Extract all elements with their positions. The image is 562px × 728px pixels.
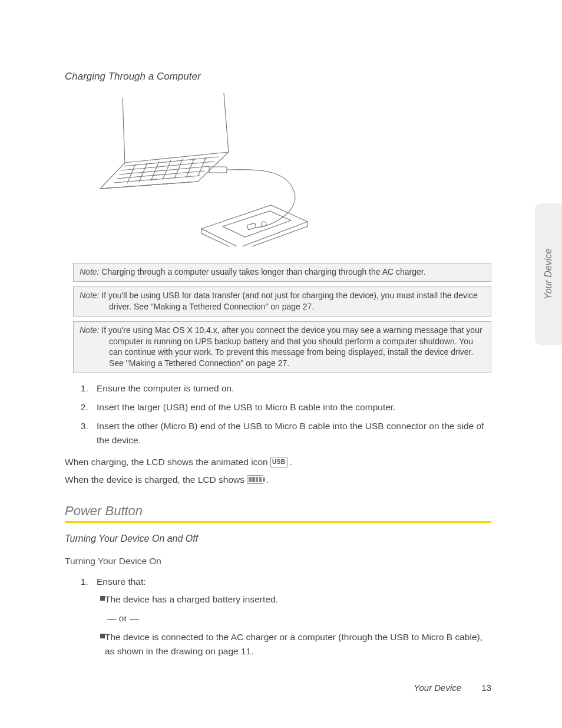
heading-turning: Turning Your Device On and Off (65, 533, 491, 544)
note-box-2: Note: If you'll be using USB for data tr… (73, 286, 491, 317)
side-tab-label: Your Device (543, 249, 554, 299)
step-3: Insert the other (Micro B) end of the US… (91, 419, 491, 447)
step-1: Ensure the computer is turned on. (91, 381, 491, 396)
note-label: Note: (80, 267, 99, 276)
svg-marker-15 (201, 205, 308, 246)
text-charged-prefix: When the device is charged, the LCD show… (65, 475, 247, 485)
note-label: Note: (80, 325, 99, 335)
text-charged-suffix: . (266, 475, 269, 485)
topic-rule (65, 521, 491, 523)
note-text-2: If you'll be using USB for data transfer… (101, 291, 477, 311)
bullet-or: — or — (99, 611, 491, 625)
heading-power-button: Power Button (65, 503, 491, 519)
svg-point-17 (262, 222, 266, 226)
note-label: Note: (80, 291, 99, 300)
footer-section: Your Device (414, 683, 461, 693)
steps-list: Ensure the computer is turned on. Insert… (65, 381, 491, 447)
side-tab: Your Device (535, 203, 562, 345)
bullet-battery: The device has a charged battery inserte… (99, 592, 491, 607)
ensure-list: Ensure that: The device has a charged ba… (65, 575, 491, 658)
usb-icon: USB (270, 457, 287, 467)
ensure-lead: Ensure that: (97, 577, 146, 587)
svg-marker-16 (223, 211, 291, 237)
heading-charging: Charging Through a Computer (65, 71, 491, 83)
page: Charging Through a Computer (0, 0, 562, 728)
footer-page-number: 13 (481, 683, 491, 693)
body-line-battery: When the device is charged, the LCD show… (65, 471, 491, 488)
bullet-charger: The device is connected to the AC charge… (99, 630, 491, 658)
text-charging-prefix: When charging, the LCD shows the animate… (65, 457, 270, 467)
svg-line-3 (121, 162, 214, 170)
figure-laptop-device (94, 93, 491, 246)
ensure-step: Ensure that: The device has a charged ba… (91, 575, 491, 658)
note-box-3: Note: If you're using Mac OS X 10.4.x, a… (73, 321, 491, 374)
note-text-3: If you're using Mac OS X 10.4.x, after y… (101, 325, 482, 368)
svg-rect-18 (247, 223, 256, 230)
body-line-usb: When charging, the LCD shows the animate… (65, 453, 491, 470)
text-charging-suffix: . (290, 457, 292, 467)
ensure-bullets: The device has a charged battery inserte… (97, 592, 491, 658)
illustration-charging (94, 93, 336, 246)
step-2: Insert the larger (USB) end of the USB t… (91, 400, 491, 414)
note-box-1: Note: Charging through a computer usuall… (73, 263, 491, 282)
battery-full-icon (247, 475, 263, 484)
svg-line-6 (114, 176, 200, 183)
note-text-1: Charging through a computer usually take… (101, 267, 425, 276)
heading-turning-on: Turning Your Device On (65, 556, 491, 566)
page-footer: Your Device 13 (414, 683, 491, 693)
svg-rect-14 (209, 167, 227, 173)
